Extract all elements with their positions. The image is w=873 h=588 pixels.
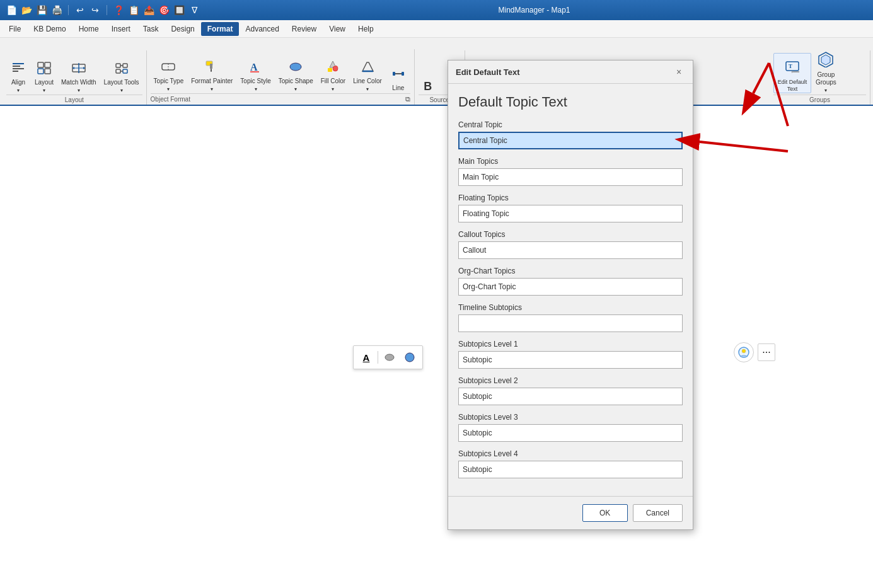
app-title: MindManager - Map1 — [200, 6, 868, 14]
svg-rect-5 — [45, 62, 50, 67]
floating-toolbar: A — [353, 345, 423, 369]
title-bar-icons[interactable]: 📄 📂 💾 🖨️ ↩ ↪ ❓ 📋 📤 🎯 🔲 ∇ — [5, 4, 200, 16]
svg-rect-15 — [116, 69, 120, 73]
subtopics-level-4-label: Subtopics Level 4 — [458, 449, 683, 458]
export-icon[interactable]: 📤 — [142, 4, 155, 16]
field-subtopics-level-2: Subtopics Level 2 — [458, 376, 683, 405]
field-timeline-subtopics: Timeline Subtopics — [458, 303, 683, 332]
ribbon-section-object-format: Topic Type ▾ Format Painter ▾ A Topic St… — [147, 49, 415, 105]
subtopics-level-3-input[interactable] — [458, 424, 683, 442]
menu-bar: File KB Demo Home Insert Task Design For… — [0, 20, 873, 38]
layout-buttons: Align ▾ Layout ▾ Match Width ▾ — [6, 53, 142, 93]
right-panel-controls: ··· — [734, 342, 775, 362]
format-painter-button[interactable]: Format Painter ▾ — [188, 52, 236, 92]
edit-default-text-icon: T — [784, 59, 801, 78]
menu-format[interactable]: Format — [201, 22, 240, 36]
dialog-close-button[interactable]: × — [673, 66, 685, 78]
align-button[interactable]: Align ▾ — [6, 53, 30, 93]
main-topics-label: Main Topics — [458, 157, 683, 166]
menu-task[interactable]: Task — [137, 22, 165, 36]
menu-review[interactable]: Review — [286, 22, 323, 36]
menu-kb-demo[interactable]: KB Demo — [27, 22, 72, 36]
svg-text:T: T — [789, 63, 792, 69]
topic-type-icon — [161, 60, 175, 76]
menu-home[interactable]: Home — [72, 22, 105, 36]
floating-topics-input[interactable] — [458, 205, 683, 222]
line-button[interactable]: Line — [386, 52, 410, 92]
dialog-footer: OK Cancel — [448, 496, 693, 529]
copy-icon[interactable]: 📋 — [127, 4, 140, 16]
subtopics-level-2-label: Subtopics Level 2 — [458, 376, 683, 385]
subtopics-level-3-label: Subtopics Level 3 — [458, 413, 683, 422]
match-width-button[interactable]: Match Width ▾ — [58, 53, 100, 93]
object-format-expand[interactable]: ⧉ — [405, 95, 410, 103]
window-icon[interactable]: 🔲 — [173, 4, 185, 16]
menu-file[interactable]: File — [3, 22, 27, 36]
timeline-subtopics-label: Timeline Subtopics — [458, 303, 683, 312]
svg-rect-3 — [13, 71, 18, 72]
topic-shape-button[interactable]: Topic Shape ▾ — [275, 52, 316, 92]
layout-tools-button[interactable]: Layout Tools ▾ — [101, 53, 142, 93]
float-bold-button[interactable]: A — [357, 349, 375, 366]
subtopics-level-1-input[interactable] — [458, 351, 683, 369]
ribbon: Align ▾ Layout ▾ Match Width ▾ — [0, 38, 873, 106]
layout-button[interactable]: Layout ▾ — [32, 53, 57, 93]
dialog-title-text: Edit Default Text — [456, 67, 520, 77]
svg-point-39 — [405, 353, 414, 362]
save-icon[interactable]: 💾 — [35, 4, 48, 16]
dialog-heading: Default Topic Text — [458, 94, 683, 110]
cancel-button[interactable]: Cancel — [633, 504, 683, 522]
menu-design[interactable]: Design — [165, 22, 200, 36]
menu-help[interactable]: Help — [352, 22, 380, 36]
float-circle-button[interactable] — [401, 349, 419, 366]
more-options-button[interactable]: ··· — [758, 343, 775, 361]
svg-rect-30 — [393, 72, 395, 76]
line-color-button[interactable]: Line Color ▾ — [350, 52, 385, 92]
line-icon — [391, 67, 405, 83]
menu-view[interactable]: View — [323, 22, 352, 36]
svg-rect-14 — [123, 64, 127, 67]
more-icon[interactable]: ∇ — [188, 4, 200, 16]
central-topic-input[interactable] — [458, 132, 683, 149]
new-icon[interactable]: 📄 — [5, 4, 18, 16]
menu-advanced[interactable]: Advanced — [239, 22, 285, 36]
callout-topics-label: Callout Topics — [458, 230, 683, 239]
undo-icon[interactable]: ↩ — [74, 4, 86, 16]
callout-topics-input[interactable] — [458, 241, 683, 259]
main-topics-input[interactable] — [458, 168, 683, 186]
ok-button[interactable]: OK — [582, 504, 628, 522]
topic-style-icon: A — [249, 60, 263, 76]
svg-rect-16 — [123, 69, 127, 73]
topic-type-button[interactable]: Topic Type ▾ — [151, 52, 187, 92]
help-icon[interactable]: ❓ — [112, 4, 125, 16]
fill-color-button[interactable]: Fill Color ▾ — [318, 52, 349, 92]
chat-icon-button[interactable] — [734, 342, 754, 362]
svg-rect-2 — [13, 68, 24, 69]
subtopics-level-1-label: Subtopics Level 1 — [458, 340, 683, 349]
print-icon[interactable]: 🖨️ — [50, 4, 63, 16]
topic-style-button[interactable]: A Topic Style ▾ — [237, 52, 274, 92]
object-format-buttons: Topic Type ▾ Format Painter ▾ A Topic St… — [151, 52, 410, 92]
svg-rect-0 — [13, 63, 24, 64]
canvas[interactable]: A ··· — [0, 106, 873, 588]
redo-icon[interactable]: ↪ — [89, 4, 101, 16]
menu-insert[interactable]: Insert — [105, 22, 137, 36]
match-width-icon — [72, 61, 86, 78]
edit-default-text-button[interactable]: T Edit DefaultText — [773, 53, 811, 93]
float-shape-button[interactable] — [381, 349, 398, 366]
group-button[interactable]: GroupGroups ▾ — [812, 53, 840, 93]
subtopics-level-4-input[interactable] — [458, 461, 683, 478]
source-b-button[interactable]: B — [419, 53, 437, 93]
org-chart-topics-input[interactable] — [458, 278, 683, 296]
target-icon[interactable]: 🎯 — [158, 4, 170, 16]
field-org-chart-topics: Org-Chart Topics — [458, 267, 683, 296]
svg-point-41 — [742, 349, 746, 353]
layout-icon — [37, 61, 51, 78]
field-callout-topics: Callout Topics — [458, 230, 683, 259]
fill-color-icon — [326, 60, 340, 76]
subtopics-level-2-input[interactable] — [458, 388, 683, 405]
open-icon[interactable]: 📂 — [20, 4, 33, 16]
field-central-topic: Central Topic — [458, 120, 683, 149]
timeline-subtopics-input[interactable] — [458, 314, 683, 332]
object-format-section-label: Object Format ⧉ — [151, 93, 410, 105]
